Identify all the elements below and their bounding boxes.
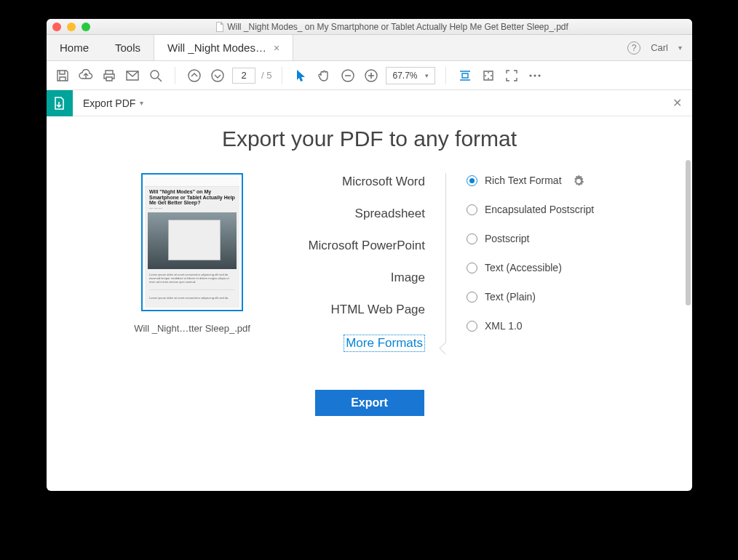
format-label: Encapsulated Postscript [485,204,594,215]
zoom-out-icon[interactable] [339,67,357,84]
tab-home[interactable]: Home [47,35,102,60]
print-icon[interactable] [100,67,118,84]
titlebar: Will _Night Modes_ on My Smartphone or T… [47,19,692,35]
export-pdf-dropdown[interactable]: Export PDF ▾ [73,97,154,109]
cloud-upload-icon[interactable] [77,67,95,84]
format-option-text-plain[interactable]: Text (Plain) [467,291,634,303]
format-options-list: Rich Text Format Encapsulated Postscript… [467,173,634,352]
email-icon[interactable] [124,67,141,84]
export-pdf-label: Export PDF [83,97,135,109]
export-panel: Export your PDF to any format Will "Nigh… [47,116,692,491]
category-powerpoint[interactable]: Microsoft PowerPoint [279,239,425,253]
format-option-eps[interactable]: Encapsulated Postscript [467,204,634,215]
window-controls [52,23,90,31]
zoom-window-button[interactable] [82,23,90,31]
minimize-window-button[interactable] [67,23,76,31]
save-icon[interactable] [54,67,71,84]
search-icon[interactable] [147,67,164,84]
hand-tool-icon[interactable] [316,67,333,84]
gear-icon[interactable] [574,175,584,185]
category-word[interactable]: Microsoft Word [279,175,425,189]
page-down-icon[interactable] [209,67,226,84]
format-label: Text (Plain) [485,291,536,303]
svg-point-1 [189,70,200,81]
svg-point-7 [538,74,540,76]
svg-point-2 [212,70,223,81]
app-window: Will _Night Modes_ on My Smartphone or T… [47,19,692,491]
fit-width-icon[interactable] [456,67,474,84]
format-option-xml[interactable]: XML 1.0 [467,320,634,332]
svg-point-6 [533,74,536,76]
format-label: Rich Text Format [485,175,562,186]
radio-icon [467,292,477,303]
panel-headline: Export your PDF to any format [47,127,692,151]
page-up-icon[interactable] [186,67,203,84]
scrollbar-thumb[interactable] [686,160,691,305]
format-label: Text (Accessible) [485,262,562,273]
tab-bar: Home Tools Will _Night Modes… × ? Carl ▾ [47,35,692,61]
page-number-input[interactable] [232,68,255,84]
svg-point-0 [151,71,159,79]
format-category-list: Microsoft Word Spreadsheet Microsoft Pow… [279,173,425,352]
tab-tools[interactable]: Tools [102,35,154,60]
category-more-formats[interactable]: More Formats [344,335,425,352]
tab-close-icon[interactable]: × [274,42,279,54]
document-icon [215,22,224,32]
tab-document[interactable]: Will _Night Modes… × [154,35,293,60]
zoom-value: 67.7% [392,71,417,81]
chevron-down-icon: ▾ [140,99,143,107]
export-pdf-icon [47,90,73,116]
thumbnail-filename: Will _Night…tter Sleep_.pdf [134,323,250,334]
thumbnail-article-title: Will "Night Modes" on My Smartphone or T… [145,187,239,206]
format-option-ps[interactable]: Postscript [467,233,634,244]
format-option-text-accessible[interactable]: Text (Accessible) [467,262,634,273]
svg-point-5 [529,74,531,76]
radio-selected-icon [467,175,477,186]
format-label: Postscript [485,233,529,244]
user-label[interactable]: Carl [651,42,668,53]
window-title: Will _Night Modes_ on My Smartphone or T… [227,22,568,32]
radio-icon [467,233,477,244]
export-pdf-bar: Export PDF ▾ ✕ [47,90,692,116]
format-option-rtf[interactable]: Rich Text Format [467,175,634,186]
radio-icon [467,204,477,215]
document-thumbnail[interactable]: Will "Night Modes" on My Smartphone or T… [141,173,243,311]
tab-document-label: Will _Night Modes… [167,41,266,54]
category-html[interactable]: HTML Web Page [279,303,425,317]
page-total-label: / 5 [261,70,271,81]
help-icon[interactable]: ? [627,41,640,55]
export-button[interactable]: Export [315,390,424,416]
user-menu-chevron-icon[interactable]: ▾ [678,44,682,52]
category-spreadsheet[interactable]: Spreadsheet [279,207,425,221]
more-icon[interactable] [526,67,544,84]
zoom-in-icon[interactable] [362,67,380,84]
radio-icon [467,263,477,273]
close-window-button[interactable] [52,23,61,31]
format-label: XML 1.0 [485,320,523,332]
radio-icon [467,321,477,332]
select-tool-icon[interactable] [293,67,310,84]
category-image[interactable]: Image [279,271,425,285]
main-toolbar: / 5 67.7% ▾ [47,61,692,90]
close-panel-button[interactable]: ✕ [662,96,692,110]
zoom-select[interactable]: 67.7% ▾ [386,67,435,84]
chevron-down-icon: ▾ [425,72,429,79]
fit-page-icon[interactable] [480,67,497,84]
category-divider [445,173,446,352]
fullscreen-icon[interactable] [503,67,520,84]
